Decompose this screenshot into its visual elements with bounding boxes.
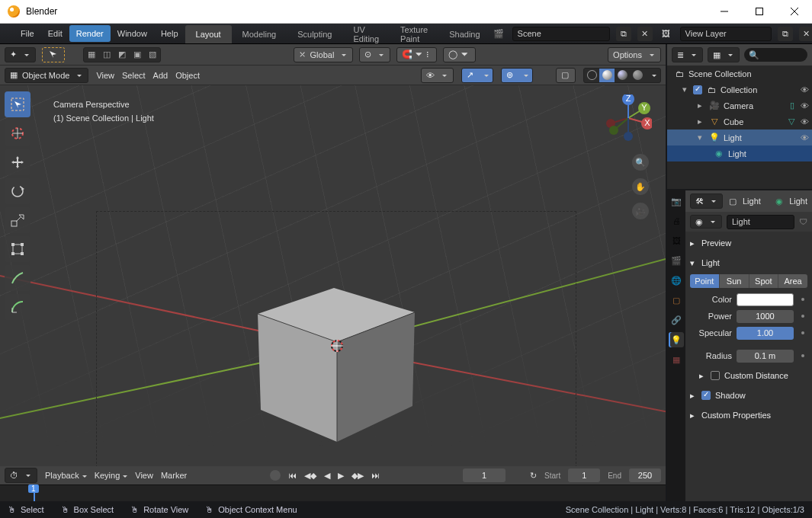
- shading-options[interactable]: [645, 69, 660, 82]
- crumb-data[interactable]: Light: [789, 197, 807, 206]
- panel-custom-distance[interactable]: ▸ Custom Distance: [690, 367, 807, 384]
- tool-move[interactable]: [5, 149, 30, 175]
- tab-viewlayer[interactable]: 🖼: [669, 233, 684, 248]
- gizmo-toggle[interactable]: ↗: [462, 69, 477, 82]
- menu-add[interactable]: Add: [153, 71, 168, 80]
- tab-texture[interactable]: ▦: [669, 352, 684, 367]
- outliner-light[interactable]: ▾ 💡 Light 👁: [667, 130, 812, 145]
- tab-world[interactable]: 🌐: [669, 273, 684, 288]
- outliner-camera[interactable]: ▸ 🎥 Camera ▯ 👁: [667, 98, 812, 114]
- overlay-toggle[interactable]: ⊚: [502, 69, 517, 82]
- frame-start[interactable]: 1: [568, 468, 600, 482]
- workspace-tab-layout[interactable]: Layout: [185, 25, 232, 43]
- jump-start-icon[interactable]: ⏮: [288, 471, 297, 480]
- jump-end-icon[interactable]: ⏭: [371, 471, 380, 480]
- outliner-editor-type[interactable]: ≣: [672, 47, 703, 62]
- window-minimize-button[interactable]: [707, 0, 742, 23]
- light-type-enum[interactable]: Point Sun Spot Area: [690, 274, 807, 288]
- workspace-tab-sculpting[interactable]: Sculpting: [287, 25, 342, 43]
- tab-constraints[interactable]: 🔗: [669, 312, 684, 328]
- select-mode-5[interactable]: ▧: [145, 48, 160, 62]
- outliner-scene-collection[interactable]: 🗀 Scene Collection: [667, 66, 812, 82]
- outliner-light-data[interactable]: ◉ Light: [667, 145, 812, 161]
- shading-mode-group[interactable]: [583, 68, 661, 83]
- datablock-browser[interactable]: ◉: [690, 215, 722, 229]
- overlay-options[interactable]: [517, 69, 532, 82]
- tab-output[interactable]: 🖨: [669, 213, 684, 229]
- timeline-editor-type[interactable]: ⏱: [5, 468, 37, 483]
- select-mode-4[interactable]: ▣: [130, 48, 145, 62]
- gizmo-options[interactable]: [477, 69, 493, 82]
- menu-edit[interactable]: Edit: [41, 25, 69, 42]
- menu-select[interactable]: Select: [122, 71, 146, 80]
- outliner-collection[interactable]: ▾ 🗀 Collection 👁: [667, 82, 812, 98]
- eye-icon[interactable]: 👁: [801, 117, 809, 126]
- nav-gizmo[interactable]: X Y Z: [605, 94, 652, 142]
- eye-icon[interactable]: 👁: [801, 133, 809, 142]
- tool-select-box[interactable]: [5, 91, 30, 117]
- viewlayer-new-icon[interactable]: ⧉: [778, 27, 793, 41]
- outliner[interactable]: 🗀 Scene Collection ▾ 🗀 Collection 👁 ▸ 🎥 …: [667, 66, 812, 189]
- shading-material[interactable]: [615, 69, 630, 82]
- tab-render[interactable]: 📷: [669, 193, 684, 209]
- light-type-point[interactable]: Point: [690, 274, 719, 288]
- visibility-dropdown[interactable]: 👁: [421, 68, 454, 83]
- pan-gizmo[interactable]: ✋: [632, 178, 649, 195]
- window-close-button[interactable]: [777, 0, 812, 23]
- light-specular-field[interactable]: 1.00: [737, 327, 794, 340]
- outliner-cube[interactable]: ▸ ▽ Cube ▽ 👁: [667, 114, 812, 130]
- select-box-tool[interactable]: [42, 47, 65, 62]
- light-type-sun[interactable]: Sun: [719, 274, 749, 288]
- disclosure-triangle-icon[interactable]: ▸: [698, 101, 705, 110]
- workspace-tab-modeling[interactable]: Modeling: [232, 25, 287, 43]
- timeline-playback[interactable]: Playback: [45, 471, 87, 480]
- menu-window[interactable]: Window: [111, 25, 154, 42]
- playhead[interactable]: [34, 485, 35, 501]
- select-mode-3[interactable]: ◩: [114, 48, 130, 62]
- zoom-gizmo[interactable]: 🔍: [632, 154, 649, 171]
- outliner-search[interactable]: 🔍: [744, 48, 807, 62]
- light-color-swatch[interactable]: [737, 293, 794, 306]
- disclosure-triangle-icon[interactable]: ▸: [698, 117, 705, 126]
- panel-custom-props[interactable]: ▸Custom Properties: [690, 407, 807, 424]
- disclosure-triangle-icon[interactable]: ▾: [698, 133, 705, 142]
- keyframe-prev-icon[interactable]: ◀◆: [304, 471, 316, 481]
- tab-object-data[interactable]: 💡: [669, 332, 684, 347]
- tab-scene[interactable]: 🎬: [669, 253, 684, 268]
- crumb-object[interactable]: Light: [743, 197, 761, 206]
- menu-help[interactable]: Help: [154, 25, 185, 42]
- panel-preview[interactable]: ▸Preview: [690, 235, 807, 251]
- panel-shadow[interactable]: ▸ Shadow: [690, 387, 807, 404]
- pivot-dropdown[interactable]: ⊙: [359, 47, 390, 62]
- tool-cursor[interactable]: [5, 120, 30, 146]
- custom-distance-checkbox[interactable]: [711, 371, 720, 380]
- shading-rendered[interactable]: [630, 69, 645, 82]
- menu-file[interactable]: File: [14, 25, 41, 42]
- select-mode-2[interactable]: ◫: [99, 48, 114, 62]
- shield-icon[interactable]: 🛡: [799, 217, 807, 226]
- frame-end[interactable]: 250: [629, 468, 661, 482]
- viewlayer-unlink-icon[interactable]: ✕: [799, 27, 812, 41]
- tool-annotate[interactable]: [5, 265, 30, 291]
- scene-field[interactable]: Scene: [512, 27, 610, 41]
- shading-solid[interactable]: [599, 69, 615, 82]
- panel-light[interactable]: ▾Light: [690, 254, 807, 271]
- overlay-toggle-group[interactable]: ⊚: [501, 68, 533, 83]
- autokey-icon[interactable]: [270, 470, 281, 481]
- datablock-name-field[interactable]: Light: [727, 215, 794, 229]
- tool-scale[interactable]: [5, 207, 30, 233]
- scene-unlink-icon[interactable]: ✕: [637, 27, 653, 41]
- select-mode-group[interactable]: ▦ ◫ ◩ ▣ ▧: [83, 47, 161, 62]
- editor-type-dropdown[interactable]: ✦: [5, 47, 36, 62]
- select-mode-1[interactable]: ▦: [84, 48, 99, 62]
- timeline-keying[interactable]: Keying: [95, 471, 128, 480]
- 3d-viewport[interactable]: Camera Perspective (1) Scene Collection …: [0, 85, 666, 466]
- menu-object[interactable]: Object: [175, 71, 200, 80]
- collection-enable-checkbox[interactable]: [693, 85, 702, 94]
- tool-rotate[interactable]: [5, 178, 30, 204]
- camera-gizmo[interactable]: 🎥: [632, 203, 649, 219]
- properties-editor-type[interactable]: 🛠: [690, 193, 723, 209]
- timeline-marker[interactable]: Marker: [161, 471, 187, 480]
- light-radius-field[interactable]: 0.1 m: [737, 350, 794, 363]
- eye-icon[interactable]: 👁: [801, 101, 809, 110]
